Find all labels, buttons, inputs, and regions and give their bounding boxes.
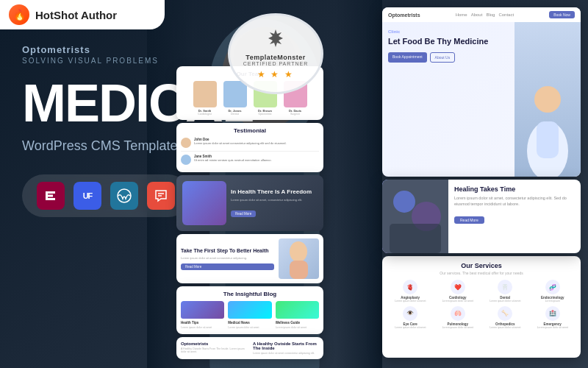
header-title: HotShot Author	[35, 9, 117, 21]
pulmonology-icon: 🫁	[451, 306, 465, 321]
tm-stars: ★ ★ ★	[257, 69, 294, 79]
testi-2-text: Ut enim ad minim veniam quis nostrud exe…	[194, 158, 272, 163]
inhealth-btn[interactable]: Read More	[231, 210, 256, 217]
service-angioplasty: 🫀 Angioplasty Lorem ipsum dolor sit amet	[388, 280, 433, 303]
svg-rect-7	[46, 195, 53, 197]
svg-rect-17	[537, 121, 559, 158]
service-cardiology: ❤️ Cardiology Lorem ipsum dolor sit amet	[436, 280, 481, 303]
inhealth-text: Lorem ipsum dolor sit amet, consectetur …	[231, 198, 318, 202]
better-title: Take The First Step To Better Health	[181, 247, 274, 254]
services-grid: 🫀 Angioplasty Lorem ipsum dolor sit amet…	[388, 280, 575, 329]
blog-post-2: Medical News Lorem ipsum dolor sit amet	[228, 301, 271, 330]
svg-point-12	[272, 35, 279, 42]
service-angioplasty-desc: Lorem ipsum dolor sit amet	[388, 300, 433, 303]
wordpress-icon	[110, 182, 138, 210]
testi-2-avatar	[181, 155, 191, 165]
healing-image	[382, 180, 448, 253]
svg-point-15	[534, 86, 561, 113]
tm-logo-icon	[265, 28, 286, 52]
svg-rect-21	[390, 224, 441, 253]
hero-btn2[interactable]: About Us	[430, 52, 456, 63]
bottom-col-1-title: Optometrists	[181, 342, 247, 346]
blog-1-image	[181, 301, 224, 319]
better-btn[interactable]: Read More	[181, 263, 274, 270]
healing-preview: Healing Takes Time Lorem ipsum dolor sit…	[382, 180, 581, 253]
better-image	[279, 238, 319, 279]
team-member-1: Dr. Smith Cardiologist	[192, 81, 218, 116]
service-cardiology-desc: Lorem ipsum dolor sit amet	[436, 300, 481, 303]
svg-point-19	[393, 191, 415, 213]
healing-content: Healing Takes Time Lorem ipsum dolor sit…	[448, 180, 581, 253]
blog-preview: The Insightful Blog Health Tips Lorem ip…	[176, 286, 323, 334]
service-orthopedics: 🦴 Orthopedics Lorem ipsum dolor sit amet	[483, 306, 528, 330]
hero-btn1[interactable]: Book Appointment	[388, 52, 427, 63]
service-eye-care: 👁️ Eye Care Lorem ipsum dolor sit amet	[388, 306, 433, 330]
tm-certified: CERTIFIED PARTNER	[243, 61, 309, 66]
inhealth-content: In Health There Is A Freedom Lorem ipsum…	[231, 188, 318, 218]
svg-rect-14	[290, 261, 308, 279]
bottom-col-2: A Healthy Outside Starts From The Inside…	[253, 342, 319, 355]
templatemonster-badge: TemplateMonster CERTIFIED PARTNER ★ ★ ★	[228, 13, 323, 94]
member-2-role: Dentist	[222, 113, 248, 116]
testimonial-1: John Doe Lorem ipsum dolor sit amet cons…	[181, 138, 319, 152]
healing-read-more-btn[interactable]: Read More	[454, 216, 484, 224]
member-1-avatar	[193, 81, 217, 107]
nav-contact: Contact	[498, 13, 514, 17]
cardiology-icon: ❤️	[451, 280, 465, 294]
svg-rect-8	[46, 198, 55, 200]
angioplasty-icon: 🫀	[403, 280, 417, 294]
service-emergency-desc: Lorem ipsum dolor sit amet	[531, 326, 576, 330]
bottom-preview: Optometrists A Healthy Outside Starts Fr…	[176, 337, 323, 360]
healing-text: Lorem ipsum dolor sit amet, consectetur …	[454, 196, 575, 207]
preview-right-panels: Optometrists Home About Blog Contact Boo…	[382, 7, 581, 359]
testimonial-2: Jane Smith Ut enim ad minim veniam quis …	[181, 155, 319, 168]
bottom-col-2-title: A Healthy Outside Starts From The Inside	[253, 342, 319, 350]
inhealth-preview: In Health There Is A Freedom Lorem ipsum…	[176, 175, 323, 231]
blog-posts-list: Health Tips Lorem ipsum dolor sit amet M…	[181, 301, 319, 330]
service-pulmonology-desc: Lorem ipsum dolor sit amet	[436, 326, 481, 330]
header-bar: 🔥 HotShot Author	[0, 0, 165, 29]
svg-point-13	[290, 241, 307, 262]
hero-preview: Optometrists Home About Blog Contact Boo…	[382, 7, 581, 177]
services-subtitle: Our services. The best medical offer for…	[388, 271, 575, 275]
better-content: Take The First Step To Better Health Lor…	[181, 247, 274, 270]
service-dental: 🦷 Dental Lorem ipsum dolor sit amet	[483, 280, 528, 303]
ultimate-fields-icon: UF	[74, 182, 101, 210]
blog-3-title: Wellness Guide	[276, 321, 319, 325]
service-eye-care-desc: Lorem ipsum dolor sit amet	[388, 326, 433, 330]
blog-2-text: Lorem ipsum dolor sit amet	[228, 326, 271, 330]
dental-icon: 🦷	[498, 280, 512, 294]
bottom-col-2-text: Lorem ipsum dolor sit amet consectetur a…	[253, 352, 319, 355]
testimonial-title: Testimonial	[181, 127, 319, 134]
member-3-role: Optometrist	[252, 113, 279, 116]
service-orthopedics-desc: Lorem ipsum dolor sit amet	[483, 326, 528, 330]
tm-name: TemplateMonster	[245, 54, 305, 61]
nav-blog: Blog	[486, 13, 495, 17]
blog-1-text: Lorem ipsum dolor sit amet	[181, 326, 224, 330]
inhealth-title: In Health There Is A Freedom	[231, 188, 318, 196]
team-member-2: Dr. Jones Dentist	[222, 81, 248, 116]
svg-point-9	[118, 189, 131, 202]
service-emergency: 🏥 Emergency Lorem ipsum dolor sit amet	[531, 306, 576, 330]
blog-1-title: Health Tips	[181, 321, 224, 325]
service-endocrinology: 🧬 Endocrinology Lorem ipsum	[531, 280, 576, 303]
quform-icon	[147, 182, 175, 210]
better-text: Lorem ipsum dolor sit amet consectetur a…	[181, 256, 274, 261]
orthopedics-icon: 🦴	[498, 306, 512, 321]
member-1-role: Cardiologist	[192, 113, 218, 116]
plugin-icons-row: UF	[22, 174, 190, 217]
testi-1-avatar	[181, 138, 191, 148]
member-2-avatar	[223, 81, 247, 107]
member-4-role: Surgeon	[282, 113, 309, 116]
preview-left-panels: Our Team Dr. Smith Cardiologist Dr. Jone…	[176, 66, 323, 362]
better-health-preview: Take The First Step To Better Health Lor…	[176, 234, 323, 283]
nav-cta-btn[interactable]: Book Now	[549, 11, 575, 18]
bottom-col-1-text: A Healthy Outside Starts From The Inside…	[181, 347, 247, 355]
bottom-col-1: Optometrists A Healthy Outside Starts Fr…	[181, 342, 247, 355]
blog-post-3: Wellness Guide Lorem ipsum dolor sit ame…	[276, 301, 319, 330]
bottom-cols: Optometrists A Healthy Outside Starts Fr…	[181, 342, 319, 355]
inhealth-image	[182, 181, 226, 225]
nav-logo: Optometrists	[388, 13, 420, 18]
emergency-icon: 🏥	[545, 306, 560, 321]
blog-post-1: Health Tips Lorem ipsum dolor sit amet	[181, 301, 224, 330]
